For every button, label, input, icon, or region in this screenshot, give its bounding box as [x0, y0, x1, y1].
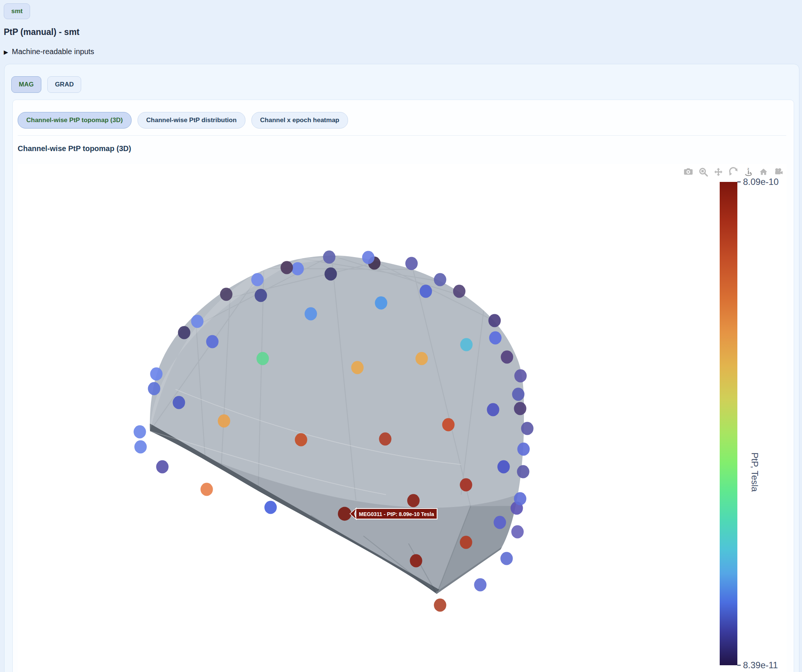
sensor-dot[interactable]	[323, 251, 336, 264]
sensor-dot[interactable]	[498, 460, 510, 473]
sensor-dot[interactable]	[362, 251, 375, 264]
sensor-dot[interactable]	[379, 433, 391, 446]
sensor-dot[interactable]	[514, 402, 527, 415]
sensor-dot[interactable]	[521, 422, 534, 435]
sensor-dot[interactable]	[375, 297, 388, 310]
tab-heatmap[interactable]: Channel x epoch heatmap	[251, 112, 348, 129]
sensor-dot[interactable]	[460, 478, 472, 492]
sensor-dot[interactable]	[512, 388, 525, 401]
sensor-dot[interactable]	[420, 285, 432, 298]
sensor-dot[interactable]	[218, 415, 230, 428]
sensor-dot[interactable]	[156, 460, 169, 473]
sensor-dot[interactable]	[460, 536, 472, 549]
svg-text:z: z	[747, 167, 749, 171]
colorbar: 8.09e-10 8.39e-11 PtP, Tesla	[720, 177, 779, 670]
sensor-dot[interactable]	[150, 368, 163, 381]
sensor-dot[interactable]	[178, 326, 191, 339]
sensor-dot[interactable]	[257, 352, 269, 365]
sensor-dot[interactable]	[351, 361, 364, 374]
sensor-dot[interactable]	[255, 289, 267, 302]
sensor-dot[interactable]	[501, 552, 513, 565]
hover-tooltip: MEG0311 - PtP: 8.09e-10 Tesla	[350, 508, 437, 520]
dataset-chip[interactable]: smt	[4, 3, 30, 19]
tab-distribution[interactable]: Channel-wise PtP distribution	[137, 112, 246, 129]
machine-readable-inputs-toggle[interactable]: ▶Machine-readable inputs	[4, 47, 94, 56]
sensor-dot[interactable]	[134, 425, 146, 439]
sensor-dot[interactable]	[148, 382, 160, 396]
sensor-dot[interactable]	[511, 525, 524, 539]
sensor-dot[interactable]	[325, 268, 337, 281]
section-heading: Channel-wise PtP topomap (3D)	[18, 144, 131, 153]
home-icon[interactable]	[758, 167, 768, 177]
sensor-dot[interactable]	[416, 352, 428, 365]
sensor-dot[interactable]	[434, 599, 446, 612]
tab-topomap-3d[interactable]: Channel-wise PtP topomap (3D)	[18, 112, 131, 129]
sensor-type-toggle: MAG GRAD	[11, 76, 86, 93]
sensor-dot[interactable]	[494, 516, 506, 529]
sensor-dot[interactable]	[488, 314, 501, 327]
sensor-dot[interactable]	[517, 443, 530, 456]
sensor-dot[interactable]	[514, 370, 527, 383]
sensor-dot[interactable]	[305, 307, 317, 321]
toggle-grad[interactable]: GRAD	[47, 76, 81, 93]
sensor-dot[interactable]	[487, 403, 500, 417]
sensor-dot[interactable]	[514, 492, 527, 506]
camera-icon[interactable]	[683, 167, 694, 177]
page-title: PtP (manual) - smt	[4, 27, 80, 37]
sensor-dot[interactable]	[134, 441, 147, 454]
sensor-dot[interactable]	[281, 261, 293, 275]
report-card: MAG GRAD Channel-wise PtP topomap (3D) C…	[4, 64, 799, 672]
sensor-dot[interactable]	[453, 285, 466, 298]
sensor-dot[interactable]	[251, 273, 264, 286]
sensor-dot[interactable]	[406, 257, 418, 270]
plotly-modebar: z	[683, 167, 784, 177]
figure-tabs: Channel-wise PtP topomap (3D) Channel-wi…	[18, 112, 352, 129]
sensor-dot[interactable]	[206, 335, 219, 348]
plot-canvas[interactable]: MEG0311 - PtP: 8.09e-10 Tesla 8.09e-10 8…	[18, 164, 787, 672]
colorbar-max-label: 8.09e-10	[743, 177, 779, 187]
sensor-dot[interactable]	[191, 315, 204, 328]
sensor-dot[interactable]	[295, 433, 307, 446]
zoom-icon[interactable]	[698, 167, 708, 177]
collapse-arrow-icon: ▶	[4, 49, 8, 55]
sensor-dot[interactable]	[517, 465, 530, 478]
topomap-3d-plot[interactable]: MEG0311 - PtP: 8.09e-10 Tesla 8.09e-10 8…	[18, 164, 787, 672]
machine-readable-inputs-label: Machine-readable inputs	[12, 47, 94, 56]
sensor-dot[interactable]	[460, 338, 473, 351]
orbit-icon[interactable]	[728, 167, 739, 177]
sensor-dot[interactable]	[489, 331, 502, 345]
sensor-dot[interactable]	[265, 501, 277, 514]
sensor-dot[interactable]	[434, 273, 446, 286]
sensor-dot[interactable]	[407, 494, 420, 507]
colorbar-title: PtP, Tesla	[750, 452, 760, 492]
sensor-dot[interactable]	[442, 418, 455, 431]
svg-text:MEG0311 - PtP: 8.09e-10 Tesla: MEG0311 - PtP: 8.09e-10 Tesla	[359, 511, 434, 517]
sensor-dot-highlighted[interactable]	[338, 507, 351, 521]
sensor-dot[interactable]	[173, 396, 185, 409]
sensor-dot[interactable]	[501, 351, 513, 364]
sensor-dot[interactable]	[292, 262, 304, 276]
figure-panel: Channel-wise PtP topomap (3D) Channel-wi…	[12, 100, 794, 672]
colorbar-min-label: 8.39e-11	[743, 660, 778, 670]
turntable-icon[interactable]: z	[743, 167, 753, 177]
sensor-dot[interactable]	[474, 578, 487, 591]
sensor-dot[interactable]	[410, 554, 422, 567]
sensor-dot[interactable]	[200, 483, 213, 496]
sensor-dot[interactable]	[220, 288, 233, 301]
pan-icon[interactable]	[713, 167, 723, 177]
divider	[18, 135, 786, 136]
movie-camera-icon[interactable]	[773, 167, 784, 177]
toggle-mag[interactable]: MAG	[11, 76, 41, 93]
